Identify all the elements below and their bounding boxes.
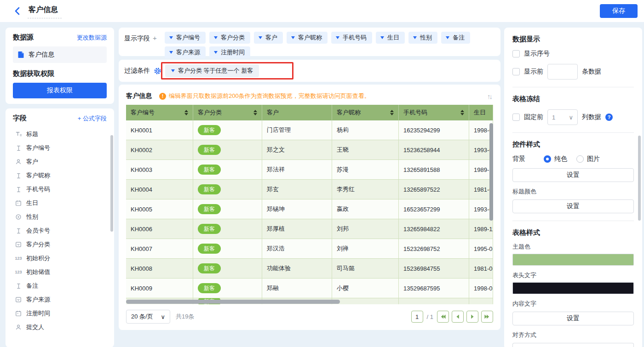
back-icon[interactable] <box>13 6 22 16</box>
page-size-select[interactable]: 20 条/页 ∨ <box>126 310 170 324</box>
display-field-tag[interactable]: 备注 <box>441 32 470 44</box>
field-item[interactable]: 会员卡号 <box>13 224 107 238</box>
warning-icon: ! <box>159 93 166 100</box>
field-item[interactable]: 提交人 <box>13 320 107 334</box>
freeze-count-select[interactable]: 1 ∨ <box>547 109 578 125</box>
sort-icon[interactable] <box>184 110 188 115</box>
content-text-set-button[interactable]: 设置 <box>512 312 634 325</box>
change-datasource-link[interactable]: 更改数据源 <box>77 34 107 42</box>
table-cell: 功能体验 <box>262 259 332 278</box>
table-horizontal-scrollbar[interactable] <box>126 300 340 304</box>
sort-icon[interactable] <box>253 110 257 115</box>
display-field-tag[interactable]: 生日 <box>376 32 405 44</box>
settings-scrollbar[interactable] <box>638 136 641 221</box>
field-item[interactable]: 备注 <box>13 279 107 293</box>
pagination-bar: 20 条/页 ∨ 共19条 1 / 1 <box>126 310 493 324</box>
table-cell: 15236258944 <box>399 140 469 159</box>
fields-scrollbar[interactable] <box>110 135 113 232</box>
content-text-label: 内容文字 <box>512 300 634 308</box>
sort-icon[interactable] <box>460 110 464 115</box>
display-field-tag[interactable]: 客户 <box>254 32 283 44</box>
field-item[interactable]: 123初始积分 <box>13 251 107 265</box>
title-color-set-button[interactable]: 设置 <box>512 199 634 213</box>
align-control-partial[interactable] <box>512 343 634 347</box>
field-item[interactable]: 客户编号 <box>13 141 107 155</box>
table-cell: 15232698752 <box>399 239 469 258</box>
topbar: 客户信息 保存 <box>0 0 644 22</box>
chevron-down-icon <box>169 51 173 54</box>
column-header[interactable]: 客户编号 <box>126 105 193 120</box>
sort-order-icon[interactable]: ↑↓ <box>487 92 493 100</box>
display-field-tag[interactable]: 客户昵称 <box>287 32 328 44</box>
show-front-checkbox[interactable] <box>512 68 520 75</box>
gear-icon[interactable] <box>154 67 161 75</box>
table-row: KH0008新客功能体验司马懿152369847551981-06 <box>126 259 493 279</box>
column-header[interactable]: 手机号码 <box>399 105 469 120</box>
text-icon <box>15 172 22 179</box>
help-icon[interactable]: ? <box>605 114 613 121</box>
select-icon <box>15 296 22 303</box>
datasource-item[interactable]: 客户信息 <box>13 46 107 63</box>
sort-icon[interactable] <box>390 110 394 115</box>
display-field-tag[interactable]: 客户来源 <box>165 46 206 58</box>
preview-card: 客户信息 ! 编辑界面只取数据源前200条作为查询数据预览，完整数据请访问页面查… <box>119 85 500 330</box>
show-index-checkbox[interactable] <box>512 50 520 57</box>
freeze-checkbox[interactable] <box>512 114 520 121</box>
field-label: 提交人 <box>26 323 44 331</box>
field-item[interactable]: 客户来源 <box>13 293 107 307</box>
category-badge: 新客 <box>198 165 221 175</box>
background-set-button[interactable]: 设置 <box>512 168 634 182</box>
prev-page-button[interactable] <box>452 311 464 323</box>
header-text-swatch[interactable] <box>512 282 634 294</box>
display-field-tag[interactable]: 客户分类 <box>209 32 250 44</box>
column-header[interactable]: 客户分类 <box>193 105 262 120</box>
field-item[interactable]: 标题 <box>13 127 107 141</box>
column-header-label: 客户 <box>267 108 279 117</box>
fields-title: 字段 <box>13 114 27 123</box>
column-header[interactable]: 生日 <box>469 105 493 120</box>
table-cell: 新客 <box>193 140 262 159</box>
column-header[interactable]: 客户 <box>262 105 332 120</box>
add-formula-field-link[interactable]: + 公式字段 <box>78 114 107 123</box>
report-permission-button[interactable]: 报表权限 <box>13 83 107 98</box>
solid-color-label: 纯色 <box>554 155 567 163</box>
field-item[interactable]: 客户分类 <box>13 238 107 251</box>
column-header-label: 客户分类 <box>198 108 222 117</box>
save-button[interactable]: 保存 <box>600 4 638 18</box>
chevron-down-icon <box>291 36 295 39</box>
field-item[interactable]: 客户 <box>13 155 107 169</box>
field-item[interactable]: 123初始储值 <box>13 265 107 279</box>
display-field-tag[interactable]: 客户编号 <box>165 32 206 44</box>
page-title[interactable]: 客户信息 <box>28 4 62 18</box>
page-number-input[interactable]: 1 <box>411 311 423 323</box>
field-item[interactable]: 手机号码 <box>13 182 107 196</box>
display-field-tag-label: 性别 <box>420 34 432 42</box>
row-limit-input[interactable] <box>547 64 578 80</box>
image-radio[interactable]: 图片 <box>576 155 600 163</box>
column-header[interactable]: 客户昵称 <box>332 105 399 120</box>
first-page-button[interactable] <box>437 311 449 323</box>
theme-color-swatch[interactable] <box>512 254 634 266</box>
field-item[interactable]: 客户昵称 <box>13 169 107 182</box>
filter-condition-text: 客户分类 等于任意一个 新客 <box>178 67 253 75</box>
table-vertical-scrollbar[interactable] <box>489 123 493 221</box>
datasource-item-label: 客户信息 <box>29 51 54 59</box>
field-item[interactable]: 注册时间 <box>13 307 107 320</box>
field-item[interactable]: 性别 <box>13 210 107 224</box>
display-field-tag[interactable]: 注册时间 <box>209 46 250 58</box>
display-field-tag[interactable]: 性别 <box>408 32 437 44</box>
field-label: 客户昵称 <box>26 171 50 180</box>
table-cell: 新客 <box>193 239 262 258</box>
field-item[interactable]: 生日 <box>13 196 107 210</box>
filter-condition-tag[interactable]: 客户分类 等于任意一个 新客 <box>165 64 259 77</box>
divider <box>512 87 634 87</box>
field-label: 生日 <box>26 199 38 207</box>
solid-color-radio[interactable]: 纯色 <box>544 155 567 163</box>
next-page-button[interactable] <box>466 311 478 323</box>
field-label: 客户来源 <box>26 296 50 304</box>
display-field-tag[interactable]: 手机号码 <box>331 32 372 44</box>
data-display-title: 数据显示 <box>512 35 634 44</box>
add-display-field-button[interactable]: + <box>153 34 157 42</box>
last-page-button[interactable] <box>481 311 493 323</box>
category-badge: 新客 <box>198 224 221 234</box>
